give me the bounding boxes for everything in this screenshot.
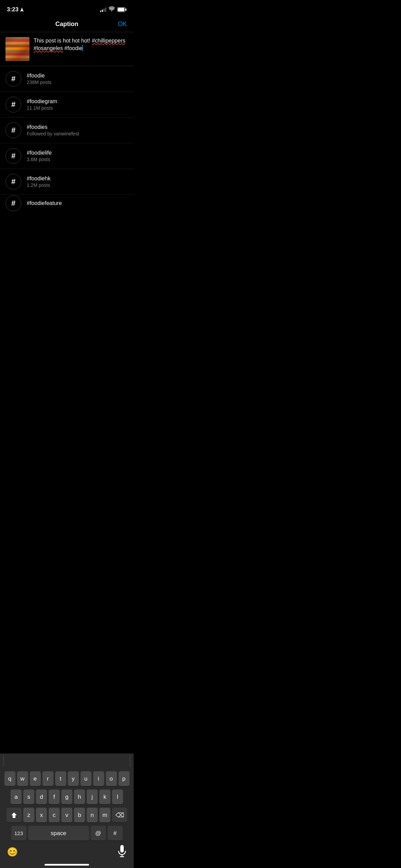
hashtag-item[interactable]: # #foodie 238M posts [0,66,134,92]
hashtag-icon-circle: # [5,174,21,190]
hashtag-item[interactable]: # #foodielife 3.6M posts [0,143,134,169]
caption-input[interactable]: This post is hot hot hot! #chillipeppers… [34,37,128,61]
hashtag-item[interactable]: # #foodiehk 1.2M posts [0,169,134,195]
hashtag-posts: 3.6M posts [27,157,128,162]
caption-area[interactable]: This post is hot hot hot! #chillipeppers… [0,32,134,66]
hashtag-posts: 1.2M posts [27,182,128,188]
status-bar: 3:23 [0,0,134,16]
location-icon [20,8,24,12]
hashtag-posts: Followed by vanwinefest [27,131,128,136]
nav-bar: Caption OK [0,16,134,32]
ok-button[interactable]: OK [118,21,127,28]
hashtag-item-partial[interactable]: # #foodiefeature [0,195,134,212]
hashtag-posts: 11.1M posts [27,105,128,111]
caption-text-plain: This post is hot hot hot! [34,38,92,44]
hashtag-item[interactable]: # #foodies Followed by vanwinefest [0,118,134,143]
hashtag-name: #foodielife [27,150,128,156]
hashtag-posts: 238M posts [27,80,128,85]
svg-rect-3 [118,8,124,11]
wifi-icon [109,7,115,13]
hashtag-icon-circle: # [5,195,21,211]
hashtag-name: #foodies [27,124,128,130]
status-right-icons [100,7,127,13]
svg-point-0 [111,10,112,11]
caption-text-space: #foodie [63,45,82,51]
hashtag-item[interactable]: # #foodiegram 11.1M posts [0,92,134,118]
hashtag-name: #foodiehk [27,176,128,182]
hashtag-icon-circle: # [5,122,21,138]
battery-icon [117,7,127,12]
time-display: 3:23 [7,6,19,13]
signal-icon [100,7,106,12]
hashtag-name: #foodiegram [27,98,128,105]
svg-rect-2 [125,9,126,11]
hashtag-name: #foodiefeature [27,200,128,206]
hashtag-icon-circle: # [5,97,21,112]
status-time: 3:23 [7,6,24,13]
nav-title: Caption [56,21,78,28]
text-cursor [82,45,83,51]
caption-hashtag1: #chillipeppers [92,38,125,44]
hashtag-icon-circle: # [5,71,21,87]
hashtag-suggestions: # #foodie 238M posts # #foodiegram 11.1M… [0,66,134,212]
hashtag-icon-circle: # [5,148,21,164]
caption-hashtag2: #losangeles [34,45,63,51]
hashtag-name: #foodie [27,73,128,79]
post-thumbnail [5,37,29,61]
